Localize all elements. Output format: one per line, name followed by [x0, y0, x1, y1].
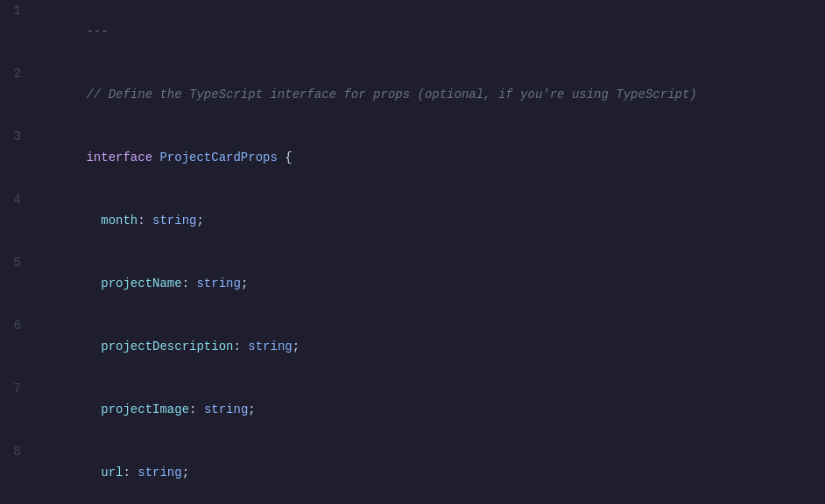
line-content: url: string;	[35, 441, 825, 504]
token-plain	[86, 466, 101, 480]
code-line: 1 ---	[0, 0, 825, 63]
line-content: projectImage: string;	[35, 378, 825, 441]
line-content: month: string;	[35, 189, 825, 252]
line-content: interface ProjectCardProps {	[35, 126, 825, 189]
line-content: projectDescription: string;	[35, 315, 825, 378]
code-line: 7 projectImage: string;	[0, 378, 825, 441]
token-plain: ;	[241, 276, 248, 290]
token-property: url	[101, 466, 123, 480]
token-plain: ;	[293, 340, 300, 354]
token-type: string	[138, 466, 181, 480]
line-number: 5	[0, 252, 35, 273]
token-plain	[86, 276, 101, 290]
token-plain	[86, 340, 101, 354]
line-content: projectName: string;	[35, 252, 825, 315]
token-type: string	[152, 214, 196, 228]
token-plain: :	[189, 402, 204, 416]
code-line: 3 interface ProjectCardProps {	[0, 126, 825, 189]
token-plain	[86, 402, 101, 416]
code-line: 5 projectName: string;	[0, 252, 825, 315]
token-comment: // Define the TypeScript interface for p…	[86, 88, 696, 102]
token-property: projectImage	[101, 402, 189, 416]
token-plain: :	[182, 276, 197, 290]
code-line: 6 projectDescription: string;	[0, 315, 825, 378]
line-number: 4	[0, 189, 35, 210]
token-plain: ;	[182, 466, 189, 480]
token-keyword: interface	[86, 150, 159, 164]
token-plain: :	[233, 340, 248, 354]
code-line: 4 month: string;	[0, 189, 825, 252]
code-line: 2 // Define the TypeScript interface for…	[0, 63, 825, 126]
line-number: 3	[0, 126, 35, 147]
line-number: 2	[0, 63, 35, 84]
token-plain: ;	[248, 402, 255, 416]
code-line: 8 url: string;	[0, 441, 825, 504]
line-number: 7	[0, 378, 35, 399]
token-type: string	[248, 340, 292, 354]
line-content: // Define the TypeScript interface for p…	[35, 63, 825, 126]
line-number: 6	[0, 315, 35, 336]
token-plain: :	[138, 214, 152, 228]
token-property: projectName	[101, 276, 181, 290]
token-type: string	[204, 402, 248, 416]
line-number: 1	[0, 0, 35, 21]
token-property: projectDescription	[101, 340, 233, 354]
token-plain	[86, 214, 101, 228]
token-property: month	[101, 214, 138, 228]
line-content: ---	[35, 0, 825, 63]
token-type: string	[196, 276, 240, 290]
token-type: ProjectCardProps	[159, 150, 277, 164]
token-plain: {	[278, 150, 293, 164]
code-editor: 1 --- 2 // Define the TypeScript interfa…	[0, 0, 825, 504]
line-number: 8	[0, 441, 35, 462]
token-plain: ;	[196, 214, 203, 228]
token-comment: ---	[86, 24, 108, 38]
token-plain: :	[123, 466, 138, 480]
